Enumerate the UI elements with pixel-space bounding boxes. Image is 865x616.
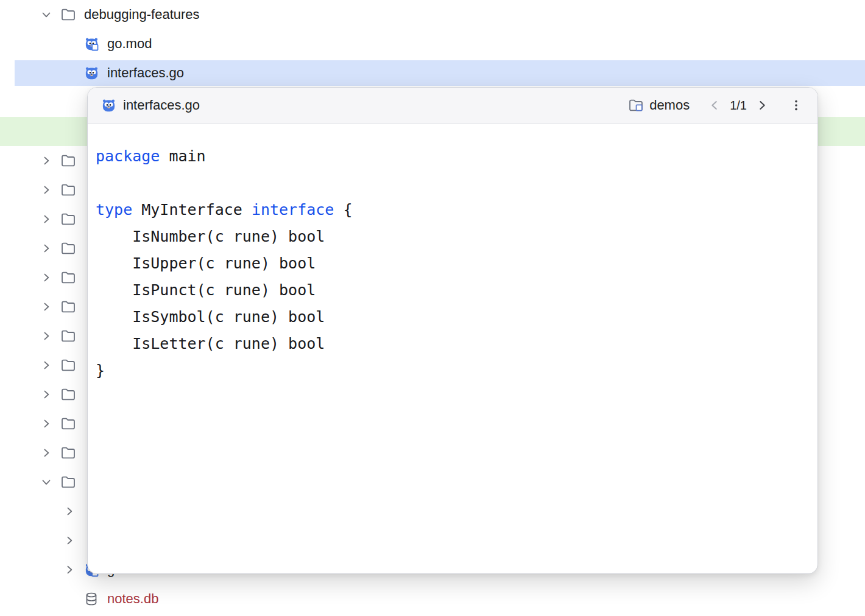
code-line: } <box>96 357 805 384</box>
folder-icon <box>60 357 77 374</box>
tree-item-label: go.mod <box>107 36 152 52</box>
folder-badge-icon <box>627 97 644 114</box>
folder-icon <box>60 444 77 461</box>
file-preview-popup: interfaces.go demos 1/1 package main typ… <box>87 87 818 574</box>
chevron-slot <box>61 590 78 607</box>
chevron-right-icon[interactable] <box>38 269 55 286</box>
code-line: IsLetter(c rune) bool <box>96 331 805 357</box>
folder-icon <box>60 152 77 169</box>
chevron-right-icon[interactable] <box>38 357 55 374</box>
tree-item-debugging-features[interactable]: debugging-features <box>0 0 865 29</box>
chevron-right-icon[interactable] <box>38 152 55 169</box>
go-file-icon <box>100 97 117 114</box>
tree-item-label: interfaces.go <box>107 65 184 81</box>
gomod-icon <box>83 35 100 52</box>
chevron-right-icon[interactable] <box>38 181 55 198</box>
folder-icon <box>60 211 77 228</box>
chevron-down-icon[interactable] <box>38 6 55 23</box>
chevron-right-icon[interactable] <box>38 211 55 228</box>
gopher-icon <box>83 65 100 82</box>
code-line: IsSymbol(c rune) bool <box>96 304 805 331</box>
tree-item-label: debugging-features <box>84 7 200 23</box>
tree-item-label: notes.db <box>107 591 158 607</box>
chevron-right-icon[interactable] <box>61 561 78 578</box>
code-line: IsUpper(c rune) bool <box>96 250 805 277</box>
chevron-slot <box>61 65 78 82</box>
code-line <box>96 170 805 197</box>
popup-title: interfaces.go <box>123 97 200 113</box>
folder-icon <box>60 269 77 286</box>
code-block: package main type MyInterface interface … <box>88 124 817 396</box>
chevron-right-icon[interactable] <box>38 415 55 432</box>
db-icon <box>83 590 100 607</box>
folder-icon <box>60 6 77 23</box>
folder-icon <box>60 240 77 257</box>
popup-header-controls: demos 1/1 <box>627 96 805 114</box>
folder-icon <box>60 181 77 198</box>
location-label[interactable]: demos <box>649 97 690 113</box>
previous-file-button[interactable] <box>705 96 724 114</box>
chevron-right-icon[interactable] <box>38 240 55 257</box>
tree-item-interfaces.go[interactable]: interfaces.go <box>0 58 865 88</box>
folder-icon <box>60 298 77 315</box>
more-options-button[interactable] <box>787 96 805 114</box>
tree-item-go.mod[interactable]: go.mod <box>0 29 865 58</box>
chevron-right-icon[interactable] <box>38 327 55 345</box>
folder-icon <box>60 415 77 432</box>
chevron-right-icon[interactable] <box>61 532 78 549</box>
pager-label: 1/1 <box>730 99 747 113</box>
code-line: IsNumber(c rune) bool <box>96 223 805 250</box>
code-line: IsPunct(c rune) bool <box>96 277 805 304</box>
tree-item-notes.db[interactable]: notes.db <box>0 584 865 614</box>
chevron-slot <box>61 35 78 52</box>
popup-header: interfaces.go demos 1/1 <box>88 88 817 124</box>
next-file-button[interactable] <box>753 96 771 114</box>
chevron-right-icon[interactable] <box>38 386 55 403</box>
code-line: package main <box>96 143 805 170</box>
folder-icon <box>60 327 77 345</box>
chevron-down-icon[interactable] <box>38 474 55 491</box>
chevron-right-icon[interactable] <box>38 298 55 315</box>
folder-icon <box>60 474 77 491</box>
chevron-right-icon[interactable] <box>61 503 78 520</box>
chevron-right-icon[interactable] <box>38 444 55 461</box>
folder-icon <box>60 386 77 403</box>
code-line: type MyInterface interface { <box>96 197 805 223</box>
